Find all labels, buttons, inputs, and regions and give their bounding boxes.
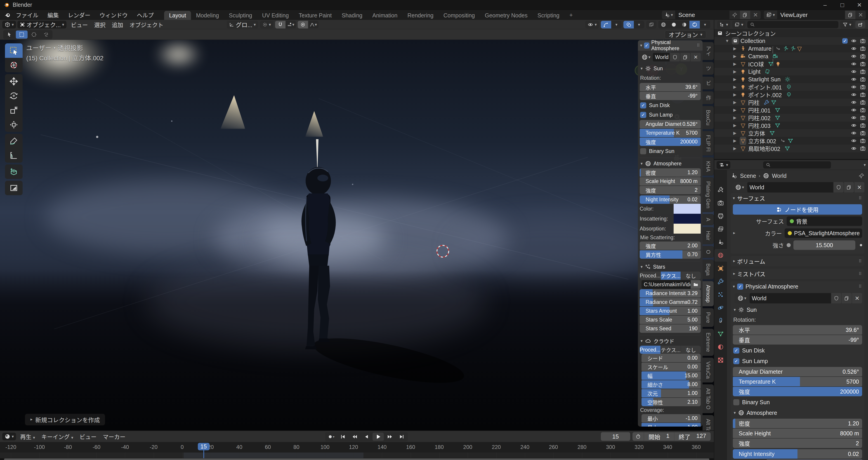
disable-render-icon[interactable]	[860, 107, 866, 113]
delete-viewlayer-icon[interactable]: ✕	[855, 11, 866, 19]
mode-selector[interactable]: オブジェク... ▾	[18, 21, 66, 29]
phys-sun-header[interactable]: ▾Sun	[733, 305, 862, 315]
properties-tab-physics[interactable]	[714, 301, 727, 314]
outliner-item-Armature[interactable]: ▶Armature▽	[714, 45, 868, 53]
tool-scale[interactable]	[5, 103, 23, 118]
add-workspace-button[interactable]: +	[564, 10, 578, 20]
disable-render-icon[interactable]	[860, 38, 866, 44]
sidebar-tab-FLIP Fl[interactable]: FLIP Fl	[703, 131, 714, 156]
outliner-row[interactable]: シーンコレクション	[714, 29, 868, 37]
outliner-item-立方体.002[interactable]: ▶▽立方体.002	[714, 137, 868, 144]
slider-水平[interactable]: 水平39.6°	[733, 325, 862, 335]
disable-render-icon[interactable]	[860, 145, 866, 152]
play-button[interactable]	[373, 433, 384, 441]
outliner-item-立方体[interactable]: ▶▽立方体	[714, 129, 868, 137]
tool-select-box[interactable]	[5, 43, 23, 58]
current-frame-field[interactable]: 15	[601, 432, 630, 441]
new-viewlayer-icon[interactable]	[845, 11, 855, 19]
slider-Angular Diameter[interactable]: Angular Diameter0.526°	[733, 367, 862, 376]
slider-シード[interactable]: シード0.00	[642, 354, 701, 362]
hide-eye-icon[interactable]	[851, 38, 857, 44]
timeline-menu-3[interactable]: マーカー	[100, 432, 129, 440]
jump-to-start-button[interactable]	[337, 433, 348, 441]
pin-scene-icon[interactable]	[730, 11, 740, 19]
expand-icon[interactable]: ▶	[732, 115, 738, 120]
xray-toggle[interactable]	[646, 21, 656, 29]
workspace-tab-animation[interactable]: Animation	[367, 11, 402, 20]
outliner-filter-icon[interactable]: ▾	[840, 21, 854, 29]
drag-handle-icon[interactable]: ⠿	[697, 43, 700, 48]
new-scene-icon[interactable]	[740, 11, 750, 19]
hide-eye-icon[interactable]	[851, 115, 857, 121]
checkbox-Sun Disk[interactable]: ✓Sun Disk	[640, 101, 701, 109]
playhead[interactable]	[204, 453, 204, 458]
pin-id-icon[interactable]	[859, 173, 864, 179]
segment-なし[interactable]: なし	[681, 271, 701, 280]
tool-transform[interactable]	[5, 118, 23, 132]
expand-icon[interactable]: ▶	[732, 46, 738, 51]
show-gizmos-toggle[interactable]	[601, 21, 611, 29]
tool-rotate[interactable]	[5, 89, 23, 103]
npanel-header[interactable]: ▾ ✓ Physical Atmosphere ⠿	[638, 40, 703, 51]
slider-Temperature K[interactable]: Temperature K5700	[640, 129, 701, 137]
snap-magnet-toggle[interactable]	[275, 21, 285, 29]
physical-atmosphere-header[interactable]: ▾✓Physical Atmosphere⠿	[731, 281, 864, 292]
strength-slider[interactable]: 15.500	[794, 240, 855, 250]
visibility-dropdown[interactable]: ▾	[585, 21, 599, 29]
workspace-tab-texture-paint[interactable]: Texture Paint	[294, 11, 337, 20]
sun-section-header[interactable]: ▾Sun	[640, 64, 701, 73]
properties-tab-viewlayer[interactable]	[714, 223, 727, 235]
fake-user-icon[interactable]	[834, 182, 844, 193]
outliner-item-円柱.003[interactable]: ▶▽円柱.003	[714, 122, 868, 129]
viewport-menu-0[interactable]: ビュー	[68, 21, 91, 29]
workspace-tab-modeling[interactable]: Modeling	[191, 11, 224, 20]
disable-render-icon[interactable]	[860, 69, 866, 74]
select-mode-lasso[interactable]	[40, 31, 52, 39]
pivot-point-dropdown[interactable]: ▾	[260, 21, 273, 29]
segment-テクス...[interactable]: テクス...	[661, 271, 681, 280]
sidebar-tab-Alt Tab Eas[interactable]: Alt Tab Eas	[703, 415, 714, 430]
sidebar-tab-Alt Tab O[interactable]: Alt Tab O	[703, 384, 714, 413]
disable-render-icon[interactable]	[860, 115, 866, 121]
outliner-item-Light[interactable]: ▶Light	[714, 68, 868, 75]
slider-細かさ[interactable]: 細かさ8.00	[642, 380, 701, 389]
delete-scene-icon[interactable]: ✕	[750, 11, 761, 19]
properties-tab-modifiers[interactable]	[714, 275, 727, 288]
sidebar-tab-A[interactable]: A	[703, 214, 714, 225]
tool-measure[interactable]	[5, 148, 23, 163]
slider-Stars Scale[interactable]: Stars Scale5.00	[640, 316, 701, 324]
world-browse-dropdown[interactable]: ▾	[733, 182, 747, 193]
workspace-tab-rendering[interactable]: Rendering	[402, 11, 438, 20]
properties-tab-scene[interactable]	[714, 236, 727, 249]
timeline-menu-2[interactable]: ビュー	[76, 432, 100, 440]
slider-Radiance Intensit[interactable]: Radiance Intensit3.29	[640, 289, 701, 298]
properties-search-input[interactable]	[763, 161, 831, 169]
slider-密度[interactable]: 密度1.20	[733, 419, 862, 428]
workspace-tab-sculpting[interactable]: Sculpting	[224, 11, 257, 20]
breadcrumb-scene[interactable]: Scene	[740, 173, 756, 179]
hide-eye-icon[interactable]	[851, 69, 857, 74]
disable-render-icon[interactable]	[860, 123, 866, 128]
sidebar-tab-Pure[interactable]: Pure	[703, 308, 714, 327]
play-reverse-button[interactable]	[361, 433, 372, 441]
transform-orientation-dropdown[interactable]: グロ...▾	[227, 21, 258, 29]
checkbox-Sun Lamp[interactable]: ✓Sun Lamp	[733, 356, 862, 366]
shading-solid-button[interactable]	[669, 21, 679, 29]
properties-tab-texture[interactable]	[714, 354, 727, 366]
sidebar-tab-アイ[interactable]: アイ	[703, 42, 714, 60]
outliner-filter-mode[interactable]: ▾	[732, 21, 745, 29]
world-browse-dropdown[interactable]: ▾	[735, 293, 749, 303]
slider-最小[interactable]: 最小-1.00	[642, 414, 701, 423]
slider-Temperature K[interactable]: Temperature K5700	[733, 377, 862, 386]
expand-icon[interactable]: ▶	[732, 77, 738, 82]
enable-checkbox[interactable]: ✓	[737, 284, 743, 290]
expand-icon[interactable]: ▶	[732, 123, 738, 128]
select-mode-circle[interactable]	[28, 31, 40, 39]
stars-path-field[interactable]: C:\Users\makim\Vide...	[642, 280, 690, 289]
shading-rendered-button[interactable]	[689, 21, 700, 29]
hide-eye-icon[interactable]	[851, 53, 857, 59]
slider-Stars Seed[interactable]: Stars Seed190	[640, 324, 701, 333]
sidebar-tab-作[interactable]: 作	[703, 91, 714, 104]
menubar-menu-3[interactable]: ウィンドウ	[95, 10, 132, 20]
slider-Stars Amount[interactable]: Stars Amount1.00	[640, 307, 701, 315]
